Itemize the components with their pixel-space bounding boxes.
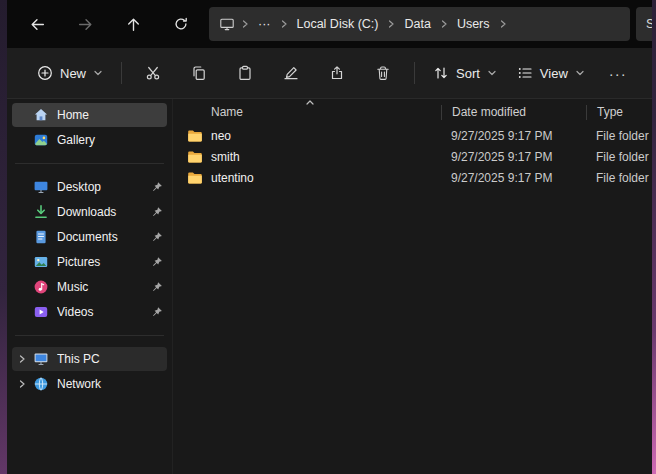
navigation-bar: ··· Local Disk (C:) Data Users Se [7, 0, 652, 48]
chevron-down-icon [487, 68, 497, 78]
column-header-name[interactable]: Name [173, 99, 441, 125]
expand-chevron-icon[interactable] [12, 354, 32, 364]
breadcrumb-users[interactable]: Users [450, 13, 497, 35]
sort-button[interactable]: Sort [423, 57, 507, 89]
file-name-cell: utentino [173, 171, 441, 185]
sidebar-item-label: Gallery [57, 133, 147, 147]
file-list-pane: Name Date modified Type neo [172, 99, 652, 474]
gallery-icon [32, 132, 50, 148]
this-pc-breadcrumb-icon [217, 16, 239, 32]
file-date-modified: 9/27/2025 9:17 PM [441, 150, 586, 164]
pin-icon [147, 281, 167, 293]
cut-button[interactable] [130, 55, 176, 91]
file-list: neo 9/27/2025 9:17 PM File folder smith … [173, 125, 652, 474]
sidebar-item-network[interactable]: Network [12, 372, 167, 396]
address-bar[interactable]: ··· Local Disk (C:) Data Users [209, 7, 630, 41]
sidebar-item-label: Network [57, 377, 147, 391]
sidebar-item-pictures[interactable]: Pictures [12, 250, 167, 274]
file-type: File folder [586, 129, 652, 143]
sort-button-label: Sort [456, 66, 480, 81]
search-text: Se [646, 17, 652, 31]
column-headers: Name Date modified Type [173, 99, 652, 125]
pin-icon [147, 231, 167, 243]
file-name-cell: neo [173, 129, 441, 143]
view-button[interactable]: View [507, 57, 595, 89]
file-name: smith [211, 150, 240, 164]
forward-button[interactable] [65, 7, 105, 41]
breadcrumb-ellipsis[interactable]: ··· [251, 13, 278, 35]
refresh-icon [173, 16, 189, 32]
sidebar: Home Gallery Desktop [7, 99, 172, 474]
sidebar-item-label: Music [57, 280, 147, 294]
chevron-right-icon [385, 19, 397, 29]
delete-icon [375, 65, 391, 81]
sidebar-item-label: Videos [57, 305, 147, 319]
sidebar-item-desktop[interactable]: Desktop [12, 175, 167, 199]
pin-icon [147, 206, 167, 218]
documents-icon [32, 229, 50, 245]
sidebar-divider [15, 163, 164, 164]
toolbar-divider [414, 62, 415, 84]
file-type: File folder [586, 150, 652, 164]
sidebar-item-label: Desktop [57, 180, 147, 194]
file-date-modified: 9/27/2025 9:17 PM [441, 171, 586, 185]
sidebar-item-home[interactable]: Home [12, 103, 167, 127]
rename-icon [283, 65, 299, 81]
sidebar-item-label: Downloads [57, 205, 147, 219]
chevron-right-icon [239, 19, 251, 29]
view-icon [517, 65, 533, 81]
file-name: utentino [211, 171, 254, 185]
pin-icon [147, 256, 167, 268]
chevron-down-icon [93, 68, 103, 78]
paste-button[interactable] [222, 55, 268, 91]
chevron-down-icon [575, 68, 585, 78]
file-row[interactable]: neo 9/27/2025 9:17 PM File folder [173, 125, 652, 146]
paste-icon [237, 65, 253, 81]
sidebar-divider [15, 335, 164, 336]
refresh-button[interactable] [161, 7, 201, 41]
share-button[interactable] [314, 55, 360, 91]
new-button-label: New [60, 66, 86, 81]
copy-button[interactable] [176, 55, 222, 91]
more-options-icon: ··· [609, 65, 627, 82]
sidebar-item-gallery[interactable]: Gallery [12, 128, 167, 152]
column-header-type[interactable]: Type [587, 99, 652, 125]
delete-button[interactable] [360, 55, 406, 91]
folder-icon [187, 150, 203, 164]
videos-icon [32, 304, 50, 320]
file-row[interactable]: smith 9/27/2025 9:17 PM File folder [173, 146, 652, 167]
file-row[interactable]: utentino 9/27/2025 9:17 PM File folder [173, 167, 652, 188]
share-icon [329, 65, 345, 81]
sidebar-item-music[interactable]: Music [12, 275, 167, 299]
back-button[interactable] [17, 7, 57, 41]
content-area: Home Gallery Desktop [7, 99, 652, 474]
new-button[interactable]: New [27, 57, 113, 89]
sidebar-item-this-pc[interactable]: This PC [12, 347, 167, 371]
new-icon [37, 65, 53, 81]
column-header-date-modified[interactable]: Date modified [442, 99, 586, 125]
view-button-label: View [540, 66, 568, 81]
forward-icon [77, 16, 94, 33]
rename-button[interactable] [268, 55, 314, 91]
music-icon [32, 279, 50, 295]
sidebar-item-documents[interactable]: Documents [12, 225, 167, 249]
sort-icon [433, 65, 449, 81]
sort-ascending-icon [305, 99, 315, 106]
desktop-icon [32, 179, 50, 195]
home-icon [32, 107, 50, 123]
breadcrumb-data[interactable]: Data [397, 13, 437, 35]
sidebar-item-label: Documents [57, 230, 147, 244]
sidebar-item-videos[interactable]: Videos [12, 300, 167, 324]
pictures-icon [32, 254, 50, 270]
file-explorer-window: ··· Local Disk (C:) Data Users Se [7, 0, 652, 474]
sidebar-item-downloads[interactable]: Downloads [12, 200, 167, 224]
search-input[interactable]: Se [636, 7, 652, 41]
downloads-icon [32, 204, 50, 220]
breadcrumb-local-disk-c[interactable]: Local Disk (C:) [290, 13, 386, 35]
expand-chevron-icon[interactable] [12, 379, 32, 389]
sidebar-item-label: Home [57, 108, 147, 122]
copy-icon [191, 65, 207, 81]
more-options-button[interactable]: ··· [595, 55, 641, 91]
folder-icon [187, 171, 203, 185]
up-button[interactable] [113, 7, 153, 41]
